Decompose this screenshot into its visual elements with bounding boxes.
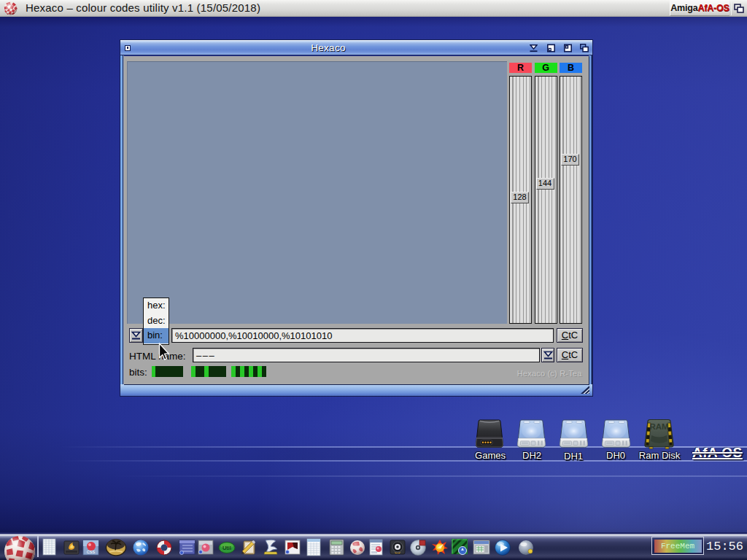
svg-text:Util: Util [222,545,231,551]
svg-text:RAM: RAM [649,422,668,431]
svg-text:CSS: CSS [87,550,96,554]
